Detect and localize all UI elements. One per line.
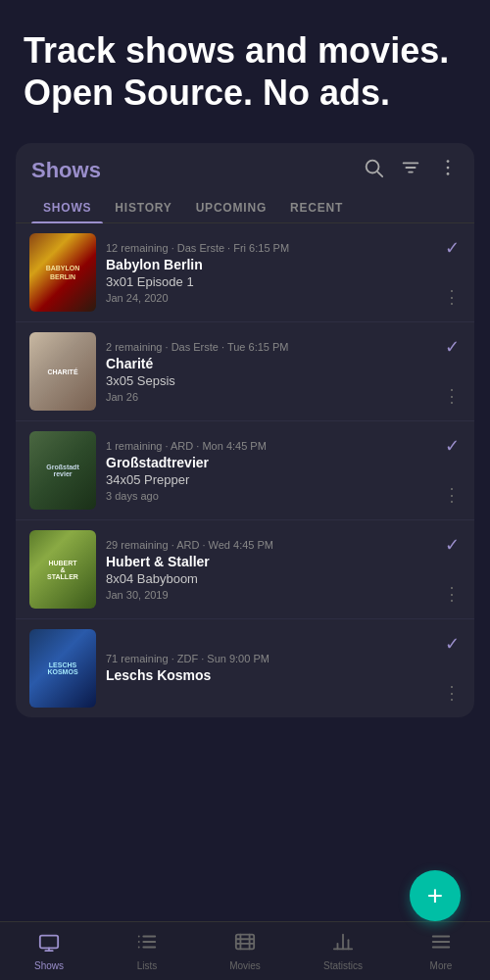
more-menu-icon [430, 931, 452, 957]
show-more-icon[interactable]: ⋮ [443, 385, 461, 407]
svg-point-5 [447, 161, 450, 164]
show-actions: ✓ ⋮ [443, 530, 461, 609]
show-episode: 34x05 Prepper [106, 472, 433, 487]
show-info: 2 remaining · Das Erste · Tue 6:15 PM Ch… [96, 332, 443, 411]
check-icon[interactable]: ✓ [445, 237, 460, 259]
app-card: Shows [16, 143, 474, 717]
bottom-navigation: Shows Lists Movies [0, 921, 490, 980]
list-item: LESCHSKOSMOS 71 remaining · ZDF · Sun 9:… [16, 619, 474, 717]
show-poster: Großstadtrevier [29, 431, 96, 510]
svg-point-7 [447, 172, 450, 175]
show-more-icon[interactable]: ⋮ [443, 286, 461, 308]
nav-item-more[interactable]: More [392, 925, 490, 977]
show-episode: 3x05 Sepsis [106, 373, 433, 388]
show-poster: BABYLONBERLIN [29, 233, 96, 312]
check-icon[interactable]: ✓ [445, 633, 460, 655]
show-date: Jan 24, 2020 [106, 292, 433, 304]
show-info: 1 remaining · ARD · Mon 4:45 PM Großstad… [96, 431, 443, 510]
show-episode: 3x01 Episode 1 [106, 274, 433, 289]
show-more-icon[interactable]: ⋮ [443, 583, 461, 605]
overflow-menu-icon[interactable] [437, 157, 459, 183]
hero-section: Track shows and movies. Open Source. No … [0, 0, 490, 133]
show-actions: ✓ ⋮ [443, 332, 461, 411]
nav-item-shows[interactable]: Shows [0, 925, 98, 977]
show-title: Charité [106, 356, 433, 371]
nav-item-statistics[interactable]: Statistics [294, 925, 392, 977]
check-icon[interactable]: ✓ [445, 534, 460, 556]
svg-rect-8 [40, 936, 58, 949]
show-meta: 2 remaining · Das Erste · Tue 6:15 PM [106, 341, 433, 353]
show-meta: 71 remaining · ZDF · Sun 9:00 PM [106, 653, 433, 664]
show-more-icon[interactable]: ⋮ [443, 682, 461, 704]
show-episode: 8x04 Babyboom [106, 571, 433, 586]
tab-history[interactable]: HISTORY [103, 193, 183, 222]
list-icon [136, 931, 158, 957]
nav-label-lists: Lists [137, 960, 158, 971]
show-poster: CHARITÉ [29, 332, 96, 411]
show-meta: 12 remaining · Das Erste · Fri 6:15 PM [106, 242, 433, 254]
check-icon[interactable]: ✓ [445, 435, 460, 457]
show-poster: LESCHSKOSMOS [29, 629, 96, 708]
show-more-icon[interactable]: ⋮ [443, 484, 461, 506]
filter-icon[interactable] [400, 157, 421, 183]
show-title: Leschs Kosmos [106, 667, 433, 683]
show-date: Jan 30, 2019 [106, 589, 433, 601]
show-actions: ✓ ⋮ [443, 629, 461, 708]
show-meta: 1 remaining · ARD · Mon 4:45 PM [106, 440, 433, 452]
show-poster: HUBERT&STALLER [29, 530, 96, 609]
show-date: Jan 26 [106, 391, 433, 403]
show-title: Babylon Berlin [106, 257, 433, 272]
nav-label-statistics: Statistics [323, 960, 363, 971]
show-info: 12 remaining · Das Erste · Fri 6:15 PM B… [96, 233, 443, 312]
show-date: 3 days ago [106, 490, 433, 502]
show-meta: 29 remaining · ARD · Wed 4:45 PM [106, 539, 433, 551]
card-header: Shows [16, 143, 474, 183]
nav-label-shows: Shows [34, 960, 64, 971]
list-item: HUBERT&STALLER 29 remaining · ARD · Wed … [16, 520, 474, 619]
show-list: BABYLONBERLIN 12 remaining · Das Erste ·… [16, 223, 474, 717]
list-item: CHARITÉ 2 remaining · Das Erste · Tue 6:… [16, 322, 474, 421]
tab-upcoming[interactable]: UPCOMING [184, 193, 278, 222]
show-info: 29 remaining · ARD · Wed 4:45 PM Hubert … [96, 530, 443, 609]
list-item: Großstadtrevier 1 remaining · ARD · Mon … [16, 421, 474, 520]
nav-label-movies: Movies [229, 960, 261, 971]
tab-bar: SHOWS HISTORY UPCOMING RECENT [16, 183, 474, 223]
svg-point-6 [447, 167, 450, 170]
list-item: BABYLONBERLIN 12 remaining · Das Erste ·… [16, 223, 474, 322]
fab-add-button[interactable]: + [410, 870, 461, 921]
show-info: 71 remaining · ZDF · Sun 9:00 PM Leschs … [96, 629, 443, 708]
show-actions: ✓ ⋮ [443, 431, 461, 510]
nav-item-lists[interactable]: Lists [98, 925, 196, 977]
nav-item-movies[interactable]: Movies [196, 925, 294, 977]
show-actions: ✓ ⋮ [443, 233, 461, 312]
svg-rect-17 [236, 935, 254, 950]
statistics-icon [332, 931, 354, 957]
nav-label-more: More [430, 960, 453, 971]
card-title: Shows [31, 158, 101, 183]
tab-shows[interactable]: SHOWS [31, 193, 103, 222]
svg-point-0 [367, 161, 379, 173]
show-title: Hubert & Staller [106, 554, 433, 569]
check-icon[interactable]: ✓ [445, 336, 460, 358]
search-icon[interactable] [363, 157, 384, 183]
hero-title: Track shows and movies. Open Source. No … [24, 29, 466, 114]
card-header-icons [363, 157, 459, 183]
tv-icon [38, 931, 60, 957]
show-title: Großstadtrevier [106, 455, 433, 470]
movie-icon [234, 931, 256, 957]
tab-recent[interactable]: RECENT [278, 193, 355, 222]
svg-line-1 [378, 172, 383, 177]
